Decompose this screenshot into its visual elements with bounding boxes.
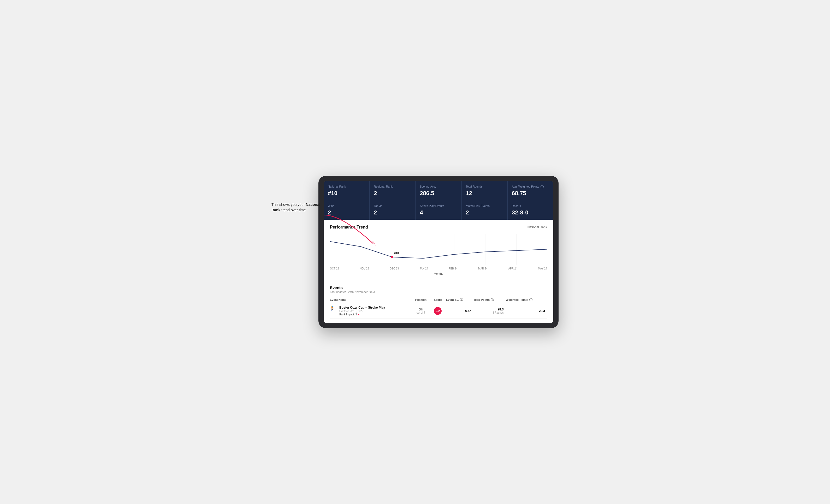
stat-match-play-label: Match Play Events — [466, 204, 503, 208]
month-dec23: DEC 23 — [390, 267, 399, 270]
axis-label: Months — [330, 271, 547, 278]
table-row: 🏌️ Buster Cozy Cup – Stroke Play Oct 9 –… — [330, 303, 547, 319]
total-points-info-icon: i — [491, 298, 494, 301]
stat-regional-rank-label: Regional Rank — [374, 185, 411, 188]
tablet-frame: National Rank #10 Regional Rank 2 Scorin… — [318, 176, 558, 329]
col-event-name: Event Name — [330, 297, 412, 303]
event-position-sub: out of 7 — [412, 311, 429, 314]
stat-regional-rank-value: 2 — [374, 190, 411, 197]
stats-row-1: National Rank #10 Regional Rank 2 Scorin… — [324, 181, 553, 200]
weighted-points-info-icon: i — [529, 298, 533, 301]
stat-national-rank-label: National Rank — [328, 185, 365, 188]
stat-avg-weighted-value: 68.75 — [512, 190, 549, 197]
col-score: Score — [432, 297, 446, 303]
tablet-screen: National Rank #10 Regional Rank 2 Scorin… — [324, 181, 553, 323]
stat-record-value: 32-8-0 — [512, 209, 549, 216]
stat-scoring-avg-value: 286.5 — [420, 190, 457, 197]
stat-record-label: Record — [512, 204, 549, 208]
stat-stroke-play: Stroke Play Events 4 — [416, 200, 461, 220]
event-sg-cell: 0.45 — [446, 303, 474, 319]
month-oct23: OCT 23 — [330, 267, 339, 270]
month-feb24: FEB 24 — [449, 267, 457, 270]
annotation-text: This shows you your National Rank trend … — [272, 202, 320, 212]
stat-scoring-avg-label: Scoring Avg. — [420, 185, 457, 188]
stat-stroke-play-value: 4 — [420, 209, 457, 216]
performance-subtitle: National Rank — [528, 225, 547, 229]
rank-impact: Rank Impact: 3 ▼ — [339, 313, 385, 316]
avg-weighted-info-icon: i — [541, 185, 544, 188]
stat-regional-rank: Regional Rank 2 — [370, 181, 415, 200]
stat-scoring-avg: Scoring Avg. 286.5 — [416, 181, 461, 200]
month-jan24: JAN 24 — [419, 267, 428, 270]
trend-chart — [330, 234, 547, 265]
stats-row-2: Wins 2 Top 3s 2 Stroke Play Events 4 Mat… — [324, 200, 553, 220]
stat-record: Record 32-8-0 — [508, 200, 553, 220]
event-sg-info-icon: i — [460, 298, 463, 301]
event-position-cell: 6th out of 7 — [412, 303, 432, 319]
events-table-header: Event Name Position Score Event SG — [330, 297, 547, 303]
data-point-value: #10 — [394, 251, 399, 255]
annotation: This shows you your National Rank trend … — [272, 202, 324, 213]
stat-wins-label: Wins — [328, 204, 365, 208]
golf-icon: 🏌️ — [330, 306, 335, 311]
month-mar24: MAR 24 — [478, 267, 487, 270]
chart-x-axis: OCT 23 NOV 23 DEC 23 JAN 24 FEB 24 MAR 2… — [330, 266, 547, 271]
stat-wins-value: 2 — [328, 209, 365, 216]
stat-total-rounds-label: Total Rounds — [466, 185, 503, 188]
outer-wrapper: This shows you your National Rank trend … — [272, 176, 558, 329]
annotation-bold: National Rank — [272, 202, 320, 212]
stat-match-play: Match Play Events 2 — [462, 200, 507, 220]
stat-top3s-value: 2 — [374, 209, 411, 216]
events-section: Events Last updated: 24th November 2023 … — [324, 281, 553, 323]
event-date: Oct 9 – Oct 10, 2023 — [339, 310, 385, 312]
stat-total-rounds-value: 12 — [466, 190, 503, 197]
weighted-points-value: 28.3 — [539, 309, 545, 313]
events-table: Event Name Position Score Event SG — [330, 297, 547, 319]
performance-section: Performance Trend National Rank — [324, 220, 553, 281]
svg-point-9 — [391, 256, 393, 259]
month-apr24: APR 24 — [508, 267, 517, 270]
event-position: 6th — [412, 308, 429, 311]
month-may24: MAY 24 — [538, 267, 547, 270]
stat-total-rounds: Total Rounds 12 — [462, 181, 507, 200]
event-name-cell: 🏌️ Buster Cozy Cup – Stroke Play Oct 9 –… — [330, 303, 412, 319]
total-points-sub: 3 Rounds — [474, 311, 504, 314]
stat-avg-weighted-label: Avg. Weighted Points i — [512, 185, 549, 188]
col-weighted-points: Weighted Points i — [506, 297, 547, 303]
events-last-updated: Last updated: 24th November 2023 — [330, 290, 547, 294]
rank-down-icon: ▼ — [358, 313, 360, 316]
stat-top3s-label: Top 3s — [374, 204, 411, 208]
month-nov23: NOV 23 — [360, 267, 369, 270]
stat-national-rank-value: #10 — [328, 190, 365, 197]
total-points-value: 28.3 — [474, 308, 504, 311]
chart-area: #10 — [330, 234, 547, 265]
stat-match-play-value: 2 — [466, 209, 503, 216]
score-badge: -22 — [434, 307, 442, 315]
weighted-points-cell: 28.3 — [506, 303, 547, 319]
event-sg-value: 0.45 — [466, 309, 471, 313]
event-score-cell: -22 — [432, 303, 446, 319]
performance-header: Performance Trend National Rank — [330, 225, 547, 230]
col-event-sg: Event SG i — [446, 297, 474, 303]
col-total-points: Total Points i — [474, 297, 506, 303]
event-name-main: Buster Cozy Cup – Stroke Play — [339, 306, 385, 309]
events-title: Events — [330, 285, 547, 290]
stat-top3s: Top 3s 2 — [370, 200, 415, 220]
col-position: Position — [412, 297, 432, 303]
stat-national-rank: National Rank #10 — [324, 181, 369, 200]
chart-data-point-label: #10 — [394, 251, 399, 255]
performance-title: Performance Trend — [330, 225, 368, 230]
stat-wins: Wins 2 — [324, 200, 369, 220]
stat-stroke-play-label: Stroke Play Events — [420, 204, 457, 208]
total-points-cell: 28.3 3 Rounds — [474, 303, 506, 319]
stat-avg-weighted: Avg. Weighted Points i 68.75 — [508, 181, 553, 200]
